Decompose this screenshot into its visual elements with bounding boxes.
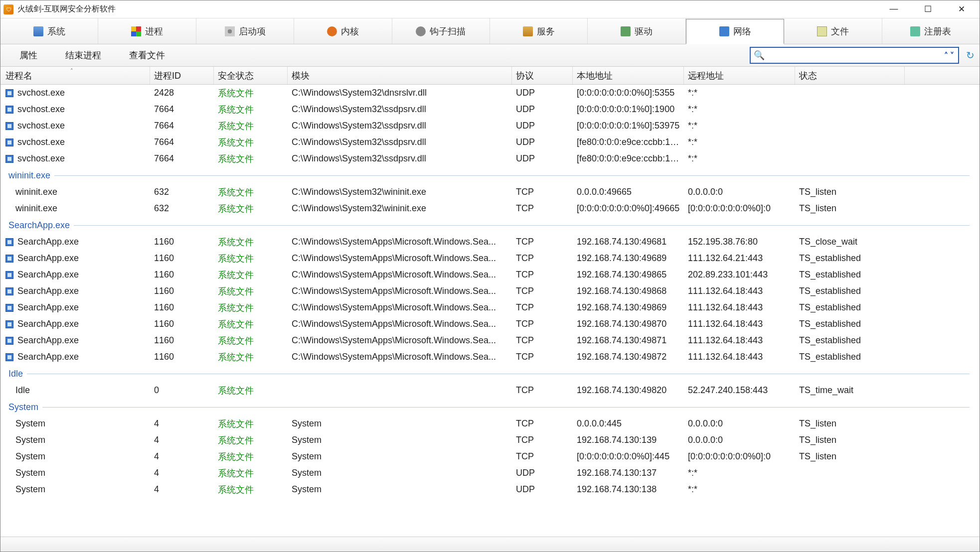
tab-驱动[interactable]: 驱动 <box>588 18 685 44</box>
table-row[interactable]: SearchApp.exe1160系统文件C:\Windows\SystemAp… <box>0 332 980 349</box>
group-System[interactable]: System <box>0 399 980 415</box>
cell-pid: 7664 <box>150 104 214 115</box>
table-row[interactable]: System4系统文件SystemUDP192.168.74.130:138*:… <box>0 481 980 498</box>
table-row[interactable]: SearchApp.exe1160系统文件C:\Windows\SystemAp… <box>0 250 980 267</box>
tab-label: 驱动 <box>635 25 653 37</box>
table-row[interactable]: svchost.exe7664系统文件C:\Windows\System32\s… <box>0 150 980 167</box>
table-row[interactable]: wininit.exe632系统文件C:\Windows\System32\wi… <box>0 184 980 200</box>
cell-local: 192.168.74.130:49869 <box>573 302 684 313</box>
cell-pid: 1160 <box>150 302 214 313</box>
process-icon <box>5 122 13 130</box>
header-pid[interactable]: 进程ID <box>150 67 214 84</box>
table-row[interactable]: wininit.exe632系统文件C:\Windows\System32\wi… <box>0 200 980 217</box>
cell-protocol: UDP <box>512 88 573 98</box>
process-name: SearchApp.exe <box>17 253 79 264</box>
table-row[interactable]: svchost.exe2428系统文件C:\Windows\System32\d… <box>0 85 980 101</box>
table-row[interactable]: System4系统文件SystemUDP192.168.74.130:137*:… <box>0 465 980 481</box>
cell-remote: [0:0:0:0:0:0:0:0%0]:0 <box>684 451 795 462</box>
cell-security: 系统文件 <box>214 467 288 479</box>
cell-pid: 1160 <box>150 237 214 247</box>
header-process-name[interactable]: 进程名 <box>0 67 150 84</box>
cell-process: svchost.exe <box>0 121 150 131</box>
table-body[interactable]: svchost.exe2428系统文件C:\Windows\System32\d… <box>0 85 980 537</box>
table-row[interactable]: SearchApp.exe1160系统文件C:\Windows\SystemAp… <box>0 299 980 316</box>
group-wininit.exe[interactable]: wininit.exe <box>0 167 980 184</box>
cell-remote: *:* <box>684 484 795 495</box>
table-row[interactable]: SearchApp.exe1160系统文件C:\Windows\SystemAp… <box>0 267 980 283</box>
close-button[interactable]: ✕ <box>952 4 972 14</box>
process-icon <box>5 89 13 97</box>
search-prev-button[interactable]: ˄ <box>943 51 949 60</box>
mi-svc-icon <box>523 26 533 36</box>
search-box[interactable]: 🔍 ˄ ˅ <box>750 47 959 64</box>
tab-注册表[interactable]: 注册表 <box>882 18 980 44</box>
process-icon <box>5 106 13 114</box>
table-row[interactable]: SearchApp.exe1160系统文件C:\Windows\SystemAp… <box>0 283 980 299</box>
cell-local: 192.168.74.130:49865 <box>573 270 684 280</box>
cell-local: 192.168.74.130:49872 <box>573 352 684 362</box>
table-row[interactable]: System4系统文件SystemTCP[0:0:0:0:0:0:0:0%0]:… <box>0 448 980 465</box>
cell-pid: 4 <box>150 484 214 495</box>
cell-process: System <box>0 468 150 478</box>
cell-protocol: TCP <box>512 335 573 346</box>
table-row[interactable]: SearchApp.exe1160系统文件C:\Windows\SystemAp… <box>0 316 980 332</box>
tab-网络[interactable]: 网络 <box>686 19 784 44</box>
table-row[interactable]: SearchApp.exe1160系统文件C:\Windows\SystemAp… <box>0 349 980 365</box>
group-label: SearchApp.exe <box>8 220 70 231</box>
toolbar-查看文件[interactable]: 查看文件 <box>115 46 179 64</box>
process-name: SearchApp.exe <box>17 352 79 362</box>
mi-reg-icon <box>910 26 920 36</box>
tab-钩子扫描[interactable]: 钩子扫描 <box>392 18 490 44</box>
header-remote-addr[interactable]: 远程地址 <box>684 67 795 84</box>
tab-内核[interactable]: 内核 <box>294 18 392 44</box>
tab-系统[interactable]: 系统 <box>0 18 98 44</box>
search-input[interactable] <box>767 51 942 60</box>
cell-protocol: UDP <box>512 104 573 115</box>
header-state[interactable]: 状态 <box>795 67 905 84</box>
cell-state: TS_listen <box>795 451 905 462</box>
group-SearchApp.exe[interactable]: SearchApp.exe <box>0 217 980 234</box>
cell-process: System <box>0 451 150 462</box>
tab-文件[interactable]: 文件 <box>784 18 882 44</box>
table-row[interactable]: svchost.exe7664系统文件C:\Windows\System32\s… <box>0 134 980 150</box>
cell-protocol: TCP <box>512 352 573 362</box>
group-line <box>74 225 970 226</box>
table-row[interactable]: svchost.exe7664系统文件C:\Windows\System32\s… <box>0 101 980 118</box>
mi-sys-icon <box>33 26 43 36</box>
cell-local: [0:0:0:0:0:0:0:0%0]:445 <box>573 451 684 462</box>
process-name: svchost.exe <box>17 153 65 164</box>
toolbar-属性[interactable]: 属性 <box>5 46 51 64</box>
search-next-button[interactable]: ˅ <box>949 51 955 60</box>
table-row[interactable]: Idle0系统文件TCP192.168.74.130:4982052.247.2… <box>0 382 980 399</box>
cell-security: 系统文件 <box>214 236 288 248</box>
group-Idle[interactable]: Idle <box>0 365 980 382</box>
refresh-button[interactable]: ↻ <box>966 49 975 61</box>
cell-pid: 7664 <box>150 153 214 164</box>
cell-remote: *:* <box>684 104 795 115</box>
process-icon <box>5 138 13 146</box>
table-row[interactable]: SearchApp.exe1160系统文件C:\Windows\SystemAp… <box>0 234 980 250</box>
table-row[interactable]: System4系统文件SystemTCP0.0.0.0:4450.0.0.0:0… <box>0 415 980 432</box>
tab-进程[interactable]: 进程 <box>98 18 196 44</box>
header-module[interactable]: 模块 <box>288 67 512 84</box>
header-security[interactable]: 安全状态 <box>214 67 288 84</box>
tab-服务[interactable]: 服务 <box>490 18 588 44</box>
process-icon <box>5 271 13 279</box>
maximize-button[interactable]: ☐ <box>918 4 938 14</box>
table-row[interactable]: svchost.exe7664系统文件C:\Windows\System32\s… <box>0 118 980 134</box>
tab-启动项[interactable]: 启动项 <box>196 18 294 44</box>
cell-remote: [0:0:0:0:0:0:0:0%0]:0 <box>684 203 795 214</box>
table-row[interactable]: System4系统文件SystemTCP192.168.74.130:1390.… <box>0 432 980 448</box>
toolbar-结束进程[interactable]: 结束进程 <box>51 46 115 64</box>
cell-remote: *:* <box>684 121 795 131</box>
tab-label: 启动项 <box>239 25 266 37</box>
cell-protocol: TCP <box>512 418 573 429</box>
cell-pid: 4 <box>150 435 214 445</box>
cell-remote: *:* <box>684 137 795 147</box>
header-protocol[interactable]: 协议 <box>512 67 573 84</box>
cell-local: 192.168.74.130:138 <box>573 484 684 495</box>
minimize-button[interactable]: — <box>884 4 904 14</box>
cell-protocol: UDP <box>512 468 573 478</box>
mi-hook-icon <box>416 26 426 36</box>
header-local-addr[interactable]: 本地地址 <box>573 67 684 84</box>
